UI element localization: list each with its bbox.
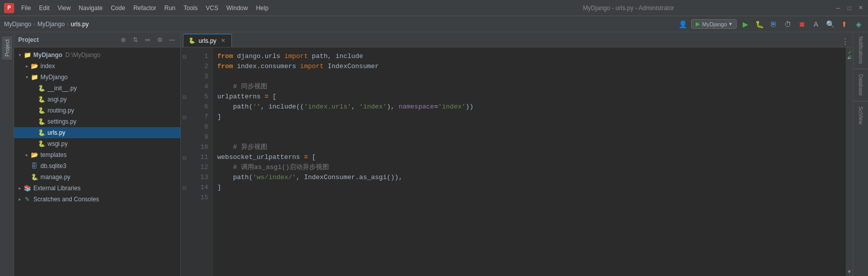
tree-item-init[interactable]: 🐍 __init__.py (14, 83, 180, 94)
breadcrumb-mydjango[interactable]: MyDjango (37, 21, 65, 28)
code-line-14: ] (217, 183, 846, 193)
scroll-down[interactable]: ▼ (847, 268, 852, 275)
mydjango-folder-icon: 📁 (30, 73, 38, 81)
tree-item-index[interactable]: 📂 index (14, 61, 180, 72)
expand-all-icon[interactable]: ⇅ (131, 35, 140, 44)
tree-urls-label: urls.py (47, 129, 65, 136)
tree-item-ext[interactable]: 📚 External Libraries (14, 183, 180, 194)
close-sidebar-icon[interactable]: — (167, 35, 176, 44)
fold-11[interactable]: ⊟ (181, 152, 188, 162)
search-button[interactable]: 🔍 (825, 19, 836, 30)
debug-button[interactable]: 🐛 (754, 19, 765, 30)
tree-item-scratches[interactable]: ✎ Scratches and Consoles (14, 194, 180, 205)
window-title: MyDjango - urls.py - Administrator (426, 5, 831, 12)
tree-root[interactable]: 📁 MyDjango D:\MyDjango (14, 49, 180, 61)
fold-1[interactable]: ⊟ (181, 51, 188, 62)
tree-item-routing[interactable]: 🐍 routing.py (14, 105, 180, 116)
urls-icon: 🐍 (37, 129, 45, 137)
tree-index-label: index (40, 63, 55, 70)
menu-navigate[interactable]: Navigate (76, 4, 106, 13)
fold-5[interactable]: ⊟ (181, 92, 188, 102)
new-file-icon[interactable]: ⊕ (119, 35, 128, 44)
tab-urls-close[interactable]: ✕ (219, 37, 226, 44)
menu-refactor[interactable]: Refactor (130, 4, 159, 13)
tree-item-mydjango[interactable]: 📁 MyDjango (14, 72, 180, 83)
translate-button[interactable]: A (810, 19, 822, 30)
tree-init-label: __init__.py (47, 85, 77, 92)
divider-2 (853, 101, 868, 101)
tree-item-settings[interactable]: 🐍 settings.py (14, 116, 180, 127)
extra-button[interactable]: ◈ (853, 19, 864, 30)
code-line-4: # 同步视图 (217, 82, 846, 92)
editor-scrollbar[interactable]: ✓ 1 ▲ ▼ (846, 47, 853, 276)
menu-edit[interactable]: Edit (36, 4, 53, 13)
maximize-button[interactable]: □ (846, 5, 853, 12)
tree-scratches-arrow (16, 196, 23, 203)
menu-run[interactable]: Run (161, 4, 178, 13)
fold-10 (181, 142, 188, 152)
profile-button[interactable]: ⏱ (782, 19, 793, 30)
run-button[interactable]: ▶ (740, 19, 751, 30)
minimize-button[interactable]: ─ (835, 5, 842, 12)
tree-templates-label: templates (40, 151, 67, 158)
settings-icon[interactable]: ⚙ (155, 35, 164, 44)
fold-12 (181, 162, 188, 173)
menu-window[interactable]: Window (223, 4, 251, 13)
menu-vcs[interactable]: VCS (203, 4, 221, 13)
breadcrumb: MyDjango › MyDjango › urls.py (4, 21, 88, 28)
scratch-icon: ✎ (23, 195, 31, 203)
code-line-1: from django.urls import path, include (217, 51, 846, 62)
sciview-label[interactable]: SciView (857, 104, 864, 126)
update-button[interactable]: ⬆ (839, 19, 850, 30)
main-area: Project Project ⊕ ⇅ ⇔ ⚙ — 📁 MyDjango D:\… (0, 32, 868, 276)
user-icon[interactable]: 👤 (677, 19, 688, 30)
run-config-selector[interactable]: ▶ MyDjango ▾ (691, 19, 737, 29)
menu-tools[interactable]: Tools (180, 4, 201, 13)
project-tab-label[interactable]: Project (2, 36, 12, 60)
editor-area: 🐍 urls.py ✕ ⋮ ⊟ ⊟ ⊟ ⊟ (181, 32, 853, 276)
code-content[interactable]: from django.urls import path, include fr… (213, 47, 846, 276)
tree-item-manage[interactable]: 🐍 manage.py (14, 172, 180, 183)
menu-view[interactable]: View (55, 4, 74, 13)
tab-urls-icon: 🐍 (188, 37, 196, 44)
tree-item-wsgi[interactable]: 🐍 wsgi.py (14, 138, 180, 149)
menu-help[interactable]: Help (253, 4, 272, 13)
code-editor: ⊟ ⊟ ⊟ ⊟ ⊟ 12345 678910 111213141 (181, 47, 853, 276)
database-label[interactable]: Database (857, 72, 864, 98)
fold-7[interactable]: ⊟ (181, 112, 188, 122)
line-numbers: 12345 678910 1112131415 (188, 47, 213, 276)
tab-urls[interactable]: 🐍 urls.py ✕ (183, 34, 232, 47)
fold-2 (181, 62, 188, 72)
menu-file[interactable]: File (18, 4, 34, 13)
routing-icon: 🐍 (37, 106, 45, 115)
scroll-up[interactable]: ▲ (846, 54, 851, 60)
tree-item-templates[interactable]: 📂 templates (14, 149, 180, 160)
notifications-label[interactable]: Notifications (857, 34, 864, 66)
right-panel: Notifications Database SciView (853, 32, 868, 276)
coverage-button[interactable]: ⛨ (768, 19, 779, 30)
breadcrumb-root[interactable]: MyDjango (4, 21, 31, 28)
fold-14[interactable]: ⊟ (181, 183, 188, 193)
breadcrumb-file[interactable]: urls.py (71, 21, 88, 28)
tree-routing-label: routing.py (47, 107, 74, 114)
manage-icon: 🐍 (30, 173, 38, 181)
fold-6 (181, 102, 188, 112)
code-line-12: # 调用as_asgi()启动异步视图 (217, 162, 846, 173)
code-line-10: # 异步视图 (217, 142, 846, 152)
tree-item-db[interactable]: 🗄 db.sqlite3 (14, 160, 180, 172)
stop-button[interactable]: ⏹ (796, 19, 807, 30)
toolbar-right: 👤 ▶ MyDjango ▾ ▶ 🐛 ⛨ ⏱ ⏹ A 🔍 ⬆ ◈ (677, 19, 864, 30)
collapse-icon[interactable]: ⇔ (143, 35, 152, 44)
code-line-8 (217, 122, 846, 132)
tree-root-path: D:\MyDjango (65, 51, 100, 59)
code-line-2: from index.consumers import IndexConsume… (217, 62, 846, 72)
editor-tabs: 🐍 urls.py ✕ ⋮ (181, 32, 853, 47)
tabs-overflow-menu[interactable]: ⋮ (840, 36, 851, 47)
tree-item-asgi[interactable]: 🐍 asgi.py (14, 94, 180, 105)
sidebar-title: Project (18, 36, 116, 43)
menu-code[interactable]: Code (108, 4, 128, 13)
code-line-11: websocket_urlpatterns = [ (217, 152, 846, 162)
tree-item-urls[interactable]: 🐍 urls.py (14, 127, 180, 138)
close-button[interactable]: ✕ (857, 5, 864, 12)
code-line-6: path('', include(('index.urls', 'index')… (217, 102, 846, 112)
